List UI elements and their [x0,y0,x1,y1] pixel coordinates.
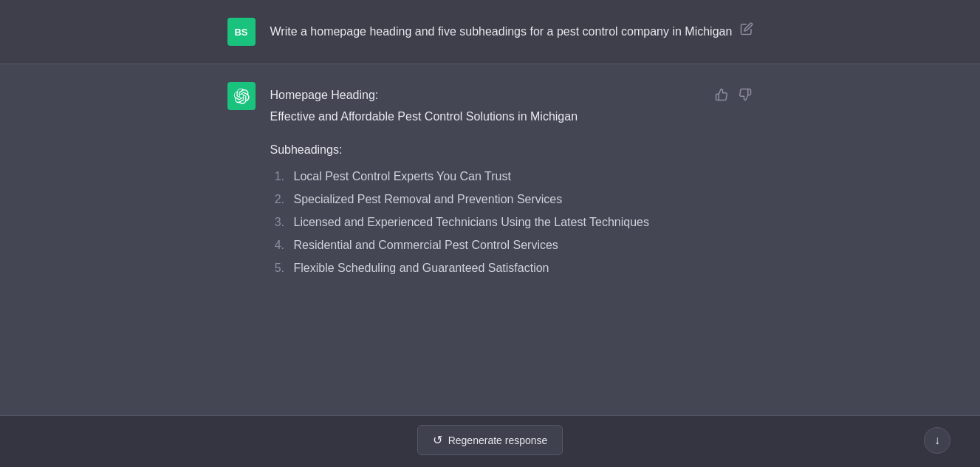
ai-content: Homepage Heading: Effective and Affordab… [270,82,753,282]
user-avatar-initials: BS [234,27,247,38]
regenerate-label: Regenerate response [448,434,548,446]
thumbs-down-button[interactable] [737,86,753,103]
list-item: Licensed and Experienced Technicians Usi… [288,212,753,232]
list-item: Residential and Commercial Pest Control … [288,235,753,255]
chat-container: BS Write a homepage heading and five sub… [0,0,980,415]
user-message-inner: BS Write a homepage heading and five sub… [210,18,771,46]
user-message-text: Write a homepage heading and five subhea… [270,18,753,41]
regenerate-button[interactable]: ↺ Regenerate response [417,425,563,455]
chatgpt-logo-icon [233,88,250,104]
list-item: Specialized Pest Removal and Prevention … [288,189,753,209]
scroll-down-button[interactable]: ↓ [924,427,950,454]
list-item: Local Pest Control Experts You Can Trust [288,166,753,186]
thumbs-up-button[interactable] [713,86,730,103]
user-avatar: BS [227,18,256,46]
ai-subheadings-list: Local Pest Control Experts You Can Trust… [270,166,753,279]
list-item: Flexible Scheduling and Guaranteed Satis… [288,258,753,278]
ai-message-inner: Homepage Heading: Effective and Affordab… [210,82,771,282]
thumbs-down-icon [739,88,752,101]
edit-icon[interactable] [740,22,753,39]
ai-subheadings-label: Subheadings: [270,140,753,160]
ai-action-buttons [713,86,753,103]
scroll-down-icon: ↓ [934,434,940,447]
bottom-bar: ↺ Regenerate response ↓ [0,415,980,467]
ai-heading-label: Homepage Heading: [270,85,753,105]
ai-message-block: Homepage Heading: Effective and Affordab… [0,64,980,415]
thumbs-up-icon [715,88,728,101]
regenerate-icon: ↺ [433,433,442,447]
ai-main-heading: Effective and Affordable Pest Control So… [270,106,753,126]
user-message-block: BS Write a homepage heading and five sub… [0,0,980,64]
ai-avatar [227,82,256,110]
